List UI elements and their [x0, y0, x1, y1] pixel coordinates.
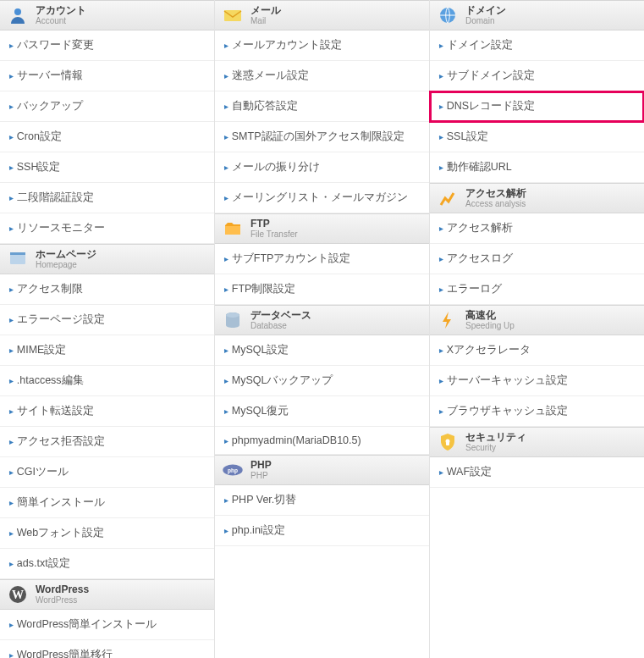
arrow-icon: ∙▸ — [438, 346, 442, 355]
menu-item-label: 自動応答設定 — [232, 99, 298, 113]
svg-rect-13 — [446, 442, 449, 445]
menu-item[interactable]: ∙▸メーリングリスト・メールマガジン — [215, 183, 429, 213]
menu-item[interactable]: ∙▸サブFTPアカウント設定 — [215, 244, 429, 274]
menu-item-label: アクセス制限 — [17, 282, 83, 296]
arrow-icon: ∙▸ — [223, 495, 227, 505]
arrow-icon: ∙▸ — [438, 406, 442, 416]
menu-item-label: SMTP認証の国外アクセス制限設定 — [232, 130, 405, 144]
domain-icon — [437, 4, 459, 26]
menu-item-label: ドメイン設定 — [447, 38, 513, 53]
menu-item[interactable]: ∙▸サイト転送設定 — [0, 396, 214, 427]
access-icon — [437, 187, 459, 209]
menu-item-label: FTP制限設定 — [232, 282, 296, 296]
menu-item[interactable]: ∙▸WAF設定 — [430, 457, 644, 488]
menu-item-label: メールアカウント設定 — [232, 38, 342, 53]
menu-item[interactable]: ∙▸CGIツール — [0, 457, 214, 488]
menu-item[interactable]: ∙▸php.ini設定 — [215, 516, 429, 546]
arrow-icon: ∙▸ — [223, 163, 227, 172]
menu-item[interactable]: ∙▸二段階認証設定 — [0, 183, 214, 213]
section-header: ドメインDomain — [430, 0, 644, 30]
section-title-en: Mail — [250, 16, 281, 25]
menu-item[interactable]: ∙▸FTP制限設定 — [215, 274, 429, 305]
section-title-ja: メール — [250, 5, 281, 16]
menu-item[interactable]: ∙▸ブラウザキャッシュ設定 — [430, 396, 644, 427]
menu-item[interactable]: ∙▸WordPress簡単移行 — [0, 640, 214, 658]
menu-item[interactable]: ∙▸リソースモニター — [0, 213, 214, 244]
arrow-icon: ∙▸ — [223, 193, 227, 202]
menu-item[interactable]: ∙▸アクセスログ — [430, 244, 644, 274]
section-title-en: WordPress — [36, 595, 89, 605]
menu-item[interactable]: ∙▸迷惑メール設定 — [215, 61, 429, 91]
security-icon — [437, 431, 459, 453]
menu-item-label: サーバー情報 — [17, 69, 83, 83]
menu-item[interactable]: ∙▸MySQLバックアップ — [215, 366, 429, 396]
menu-item[interactable]: ∙▸Xアクセラレータ — [430, 335, 644, 366]
arrow-icon: ∙▸ — [223, 132, 227, 141]
menu-item[interactable]: ∙▸パスワード変更 — [0, 30, 214, 61]
arrow-icon: ∙▸ — [8, 528, 12, 538]
section-title-ja: アカウント — [36, 5, 86, 16]
section-title-ja: 高速化 — [465, 310, 515, 321]
menu-item[interactable]: ∙▸SMTP認証の国外アクセス制限設定 — [215, 122, 429, 152]
arrow-icon: ∙▸ — [8, 467, 12, 477]
menu-item-label: サブドメイン設定 — [447, 69, 535, 83]
menu-item[interactable]: ∙▸アクセス拒否設定 — [0, 427, 214, 457]
menu-item[interactable]: ∙▸サーバーキャッシュ設定 — [430, 366, 644, 396]
arrow-icon: ∙▸ — [8, 41, 12, 50]
menu-item[interactable]: ∙▸サーバー情報 — [0, 61, 214, 91]
arrow-icon: ∙▸ — [438, 102, 442, 111]
menu-item[interactable]: ∙▸phpmyadmin(MariaDB10.5) — [215, 427, 429, 455]
menu-item[interactable]: ∙▸メールアカウント設定 — [215, 30, 429, 61]
section-title-en: File Transfer — [250, 229, 298, 239]
svg-point-0 — [14, 8, 21, 15]
arrow-icon: ∙▸ — [438, 254, 442, 263]
menu-item[interactable]: ∙▸アクセス制限 — [0, 274, 214, 305]
menu-item[interactable]: ∙▸SSL設定 — [430, 122, 644, 152]
section-header: セキュリティSecurity — [430, 427, 644, 457]
arrow-icon: ∙▸ — [8, 437, 12, 446]
menu-item[interactable]: ∙▸WordPress簡単インストール — [0, 610, 214, 640]
menu-item[interactable]: ∙▸バックアップ — [0, 91, 214, 122]
arrow-icon: ∙▸ — [223, 376, 227, 385]
arrow-icon: ∙▸ — [8, 406, 12, 416]
menu-item[interactable]: ∙▸サブドメイン設定 — [430, 61, 644, 91]
arrow-icon: ∙▸ — [223, 346, 227, 355]
arrow-icon: ∙▸ — [223, 102, 227, 111]
menu-item-label: メーリングリスト・メールマガジン — [232, 191, 408, 205]
menu-item[interactable]: ∙▸PHP Ver.切替 — [215, 485, 429, 516]
section-title-ja: ホームページ — [36, 249, 96, 260]
menu-item-label: Cron設定 — [17, 130, 62, 144]
menu-item[interactable]: ∙▸DNSレコード設定 — [430, 91, 644, 122]
ftp-icon — [222, 218, 244, 240]
menu-item-label: サイト転送設定 — [17, 404, 94, 418]
menu-item[interactable]: ∙▸エラーページ設定 — [0, 305, 214, 335]
menu-item[interactable]: ∙▸Cron設定 — [0, 122, 214, 152]
section-title-ja: WordPress — [36, 584, 89, 595]
menu-item-label: アクセス拒否設定 — [17, 434, 105, 449]
arrow-icon: ∙▸ — [438, 376, 442, 385]
section-header: FTPFile Transfer — [215, 213, 429, 244]
menu-item[interactable]: ∙▸自動応答設定 — [215, 91, 429, 122]
menu-item[interactable]: ∙▸ads.txt設定 — [0, 549, 214, 579]
menu-item[interactable]: ∙▸ドメイン設定 — [430, 30, 644, 61]
menu-item-label: WordPress簡単インストール — [17, 617, 157, 632]
menu-item[interactable]: ∙▸MySQL設定 — [215, 335, 429, 366]
section-title-ja: PHP — [250, 460, 272, 471]
homepage-icon — [7, 248, 29, 270]
menu-item[interactable]: ∙▸.htaccess編集 — [0, 366, 214, 396]
menu-item[interactable]: ∙▸アクセス解析 — [430, 213, 644, 244]
menu-item[interactable]: ∙▸Webフォント設定 — [0, 518, 214, 549]
menu-item[interactable]: ∙▸簡単インストール — [0, 488, 214, 518]
menu-item[interactable]: ∙▸動作確認URL — [430, 152, 644, 183]
menu-item[interactable]: ∙▸メールの振り分け — [215, 152, 429, 183]
menu-item-label: WordPress簡単移行 — [17, 648, 113, 658]
menu-item[interactable]: ∙▸エラーログ — [430, 274, 644, 305]
menu-item-label: ads.txt設定 — [17, 556, 70, 571]
menu-item[interactable]: ∙▸SSH設定 — [0, 152, 214, 183]
section-header: アクセス解析Access analysis — [430, 183, 644, 213]
menu-item[interactable]: ∙▸MySQL復元 — [215, 396, 429, 427]
menu-item[interactable]: ∙▸MIME設定 — [0, 335, 214, 366]
arrow-icon: ∙▸ — [8, 285, 12, 294]
arrow-icon: ∙▸ — [223, 526, 227, 535]
section-title-en: Access analysis — [465, 199, 526, 208]
